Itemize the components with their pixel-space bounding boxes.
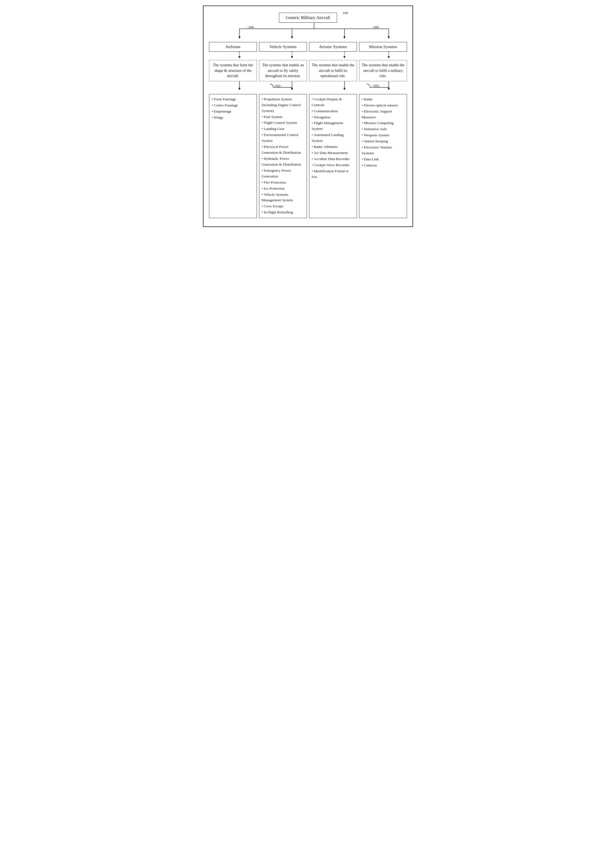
svg-marker-9 <box>291 37 293 39</box>
list-item: Flight Control System <box>261 120 304 126</box>
svg-marker-11 <box>388 37 390 39</box>
desc-airframe: The systems that form the shape & struct… <box>209 60 257 81</box>
list-item: Radar <box>362 97 405 102</box>
list-item: Ice Protection <box>261 186 304 192</box>
list-item: Propulsion System (including Engine Cont… <box>261 97 304 114</box>
list-item: Data Link <box>362 157 405 162</box>
svg-marker-17 <box>291 56 293 58</box>
list-item: Electro-optical sensors <box>362 103 405 108</box>
svg-text:-104: -104 <box>372 25 379 29</box>
svg-marker-25 <box>291 88 293 90</box>
svg-marker-18 <box>343 56 346 58</box>
mid-connectors-svg <box>209 52 407 60</box>
svg-marker-19 <box>388 56 390 58</box>
list-item: Wings <box>211 115 254 120</box>
list-item: Electronic Support Measures <box>362 108 405 120</box>
svg-text:-104: -104 <box>247 25 254 29</box>
list-item: Radar Altimeter <box>312 144 355 150</box>
list-item: Communication <box>312 108 355 114</box>
detail-row: Front Fuselage Centre Fuselage Empennage… <box>209 94 407 218</box>
list-item: Vehicle Systems Management System <box>261 192 304 204</box>
detail-vehicle: Propulsion System (including Engine Cont… <box>259 94 307 218</box>
ref-100-label: 100 <box>343 11 348 15</box>
svg-marker-26 <box>343 88 346 90</box>
diagram-container: Generic Military Aircraft 100 -104 -104 … <box>203 6 413 227</box>
list-item: Automated Landing System <box>312 132 355 144</box>
detail-mission: Radar Electro-optical sensors Electronic… <box>359 94 407 218</box>
list-item: Hydraulic Power Generation & Distributio… <box>261 156 304 167</box>
root-node: Generic Military Aircraft 100 <box>279 13 337 23</box>
ref-100: 100 <box>343 11 348 15</box>
list-item: Empennage <box>211 108 254 114</box>
root-title: Generic Military Aircraft <box>286 15 330 20</box>
desc-row: The systems that form the shape & struct… <box>209 60 407 81</box>
list-item: In-flight Refuelling <box>261 210 304 215</box>
list-item: Environmental Control System <box>261 132 304 144</box>
level1-row: Airframe Vehicle Systems Avionic Systems… <box>209 42 407 52</box>
list-item: Flight Management System <box>312 120 355 132</box>
level1-mission: Mission Systems <box>359 42 407 52</box>
list-item: Cockpit Voice Recorder <box>312 162 355 168</box>
vehicle-list: Propulsion System (including Engine Cont… <box>261 97 304 215</box>
lower-connectors-svg: -102- -102- <box>209 81 407 94</box>
level1-airframe: Airframe <box>209 42 257 52</box>
svg-text:-102-: -102- <box>274 84 282 88</box>
desc-avionic: The systems that enable the aircraft to … <box>309 60 357 81</box>
list-item: Emergency Power Generation <box>261 168 304 179</box>
list-item: Accident Data Recorder <box>312 156 355 162</box>
list-item: Navigation <box>312 114 355 120</box>
svg-marker-10 <box>343 37 346 39</box>
list-item: Landing Gear <box>261 126 304 132</box>
list-item: Cockpit Display & Controls <box>312 97 355 108</box>
list-item: Air Data Measurement <box>312 150 355 156</box>
svg-marker-24 <box>238 88 241 90</box>
avionic-list: Cockpit Display & Controls Communication… <box>312 97 355 180</box>
top-connectors-svg: -104 -104 <box>209 23 407 42</box>
list-item: Crew Escape <box>261 204 304 209</box>
list-item: Weapons System <box>362 132 405 138</box>
list-item: Centre Fuselage <box>211 103 254 108</box>
level1-avionic: Avionic Systems <box>309 42 357 52</box>
list-item: Identification Friend or Foe <box>312 169 355 180</box>
svg-marker-8 <box>238 37 241 39</box>
detail-airframe: Front Fuselage Centre Fuselage Empennage… <box>209 94 257 218</box>
desc-mission: The systems that enable the aircraft to … <box>359 60 407 81</box>
list-item: Fire Protection <box>261 180 304 186</box>
list-item: Electronic Warfare Systems <box>362 145 405 156</box>
list-item: Fuel System <box>261 114 304 120</box>
svg-text:-102-: -102- <box>372 84 380 88</box>
mission-list: Radar Electro-optical sensors Electronic… <box>362 97 405 169</box>
detail-avionic: Cockpit Display & Controls Communication… <box>309 94 357 218</box>
level1-vehicle: Vehicle Systems <box>259 42 307 52</box>
list-item: Cameras <box>362 163 405 169</box>
svg-marker-27 <box>388 88 390 90</box>
root-row: Generic Military Aircraft 100 <box>209 13 407 23</box>
airframe-list: Front Fuselage Centre Fuselage Empennage… <box>211 97 254 120</box>
list-item: Station Keeping <box>362 139 405 144</box>
list-item: Electrical Power Generation & Distributi… <box>261 144 304 156</box>
list-item: Mission Computing <box>362 120 405 126</box>
svg-marker-16 <box>238 56 241 58</box>
desc-vehicle: The systems that enable an aircraft to f… <box>259 60 307 81</box>
list-item: Defensive Aids <box>362 126 405 132</box>
list-item: Front Fuselage <box>211 97 254 102</box>
